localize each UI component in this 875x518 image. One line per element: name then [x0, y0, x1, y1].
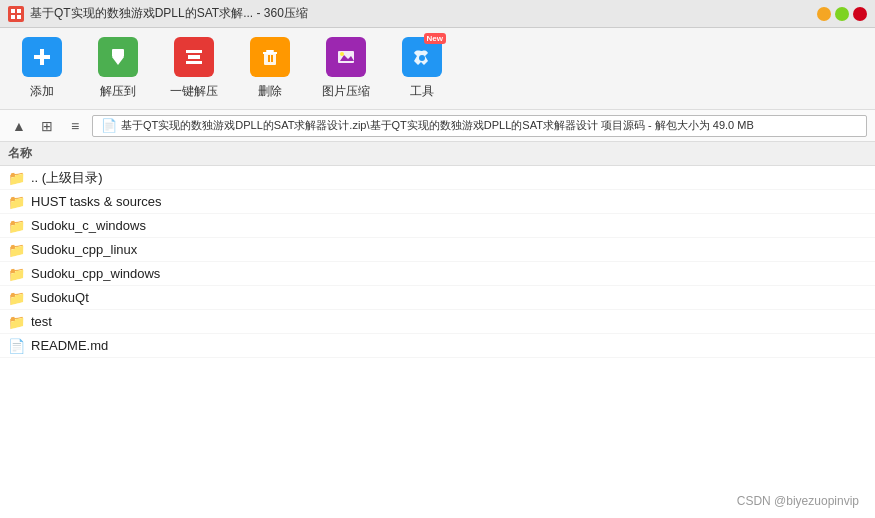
- minimize-button[interactable]: [817, 7, 831, 21]
- file-name-test: test: [31, 314, 52, 329]
- svg-rect-0: [11, 9, 15, 13]
- file-name-readme: README.md: [31, 338, 108, 353]
- folder-icon-test: 📁: [8, 314, 25, 330]
- toolbar: 添加 解压到 一键解压: [0, 28, 875, 110]
- file-icon-readme: 📄: [8, 338, 25, 354]
- svg-rect-2: [11, 15, 15, 19]
- file-row-parent[interactable]: 📁 .. (上级目录): [0, 166, 875, 190]
- svg-rect-15: [263, 52, 277, 54]
- watermark-text: CSDN @biyezuopinvip: [737, 494, 859, 508]
- app-icon: [8, 6, 24, 22]
- file-row-sudoku-cpp-linux[interactable]: 📁 Sudoku_cpp_linux: [0, 238, 875, 262]
- path-file-icon: 📄: [101, 118, 117, 133]
- svg-rect-10: [186, 61, 202, 64]
- folder-icon-sudokuqt: 📁: [8, 290, 25, 306]
- file-row-sudoku-c-win[interactable]: 📁 Sudoku_c_windows: [0, 214, 875, 238]
- svg-rect-11: [266, 50, 274, 52]
- onekey-icon: [174, 37, 214, 77]
- folder-icon-hust: 📁: [8, 194, 25, 210]
- toolbar-extract[interactable]: 解压到: [92, 37, 144, 100]
- nav-bar: ▲ ⊞ ≡ 📄 基于QT实现的数独游戏DPLL的SAT求解器设计.zip\基于Q…: [0, 110, 875, 142]
- add-icon: [22, 37, 62, 77]
- file-list: 📁 .. (上级目录) 📁 HUST tasks & sources 📁 Sud…: [0, 166, 875, 358]
- extract-icon: [98, 37, 138, 77]
- maximize-button[interactable]: [835, 7, 849, 21]
- main-content: 添加 解压到 一键解压: [0, 28, 875, 518]
- file-name-sudoku-cpp-win: Sudoku_cpp_windows: [31, 266, 160, 281]
- file-name-hust: HUST tasks & sources: [31, 194, 162, 209]
- folder-icon-parent: 📁: [8, 170, 25, 186]
- toolbar-onekey[interactable]: 一键解压: [168, 37, 220, 100]
- svg-rect-14: [271, 55, 273, 62]
- img-compress-icon: [326, 37, 366, 77]
- nav-list-view-button[interactable]: ≡: [64, 115, 86, 137]
- add-label: 添加: [30, 83, 54, 100]
- file-row-readme[interactable]: 📄 README.md: [0, 334, 875, 358]
- extract-label: 解压到: [100, 83, 136, 100]
- file-row-hust[interactable]: 📁 HUST tasks & sources: [0, 190, 875, 214]
- path-bar: 📄 基于QT实现的数独游戏DPLL的SAT求解器设计.zip\基于QT实现的数独…: [92, 115, 867, 137]
- delete-label: 删除: [258, 83, 282, 100]
- new-badge: New: [424, 33, 446, 44]
- watermark: CSDN @biyezuopinvip: [737, 494, 859, 508]
- svg-rect-9: [186, 50, 202, 53]
- svg-rect-8: [188, 55, 200, 59]
- folder-icon-sudoku-cpp-linux: 📁: [8, 242, 25, 258]
- nav-grid-view-button[interactable]: ⊞: [36, 115, 58, 137]
- svg-rect-5: [34, 55, 50, 59]
- file-row-test[interactable]: 📁 test: [0, 310, 875, 334]
- svg-rect-13: [268, 55, 270, 62]
- path-text: 基于QT实现的数独游戏DPLL的SAT求解器设计.zip\基于QT实现的数独游戏…: [121, 118, 754, 133]
- toolbar-img-compress[interactable]: 图片压缩: [320, 37, 372, 100]
- file-row-sudoku-cpp-win[interactable]: 📁 Sudoku_cpp_windows: [0, 262, 875, 286]
- file-row-sudokuqt[interactable]: 📁 SudokuQt: [0, 286, 875, 310]
- tools-label: 工具: [410, 83, 434, 100]
- delete-icon: [250, 37, 290, 77]
- tools-icon: New: [402, 37, 442, 77]
- svg-marker-7: [112, 57, 124, 65]
- file-name-sudokuqt: SudokuQt: [31, 290, 89, 305]
- svg-rect-3: [17, 15, 21, 19]
- svg-rect-6: [112, 49, 124, 57]
- file-name-sudoku-cpp-linux: Sudoku_cpp_linux: [31, 242, 137, 257]
- toolbar-tools[interactable]: New 工具: [396, 37, 448, 100]
- folder-icon-sudoku-c-win: 📁: [8, 218, 25, 234]
- img-compress-label: 图片压缩: [322, 83, 370, 100]
- toolbar-delete[interactable]: 删除: [244, 37, 296, 100]
- toolbar-add[interactable]: 添加: [16, 37, 68, 100]
- file-list-container: 名称 📁 .. (上级目录) 📁 HUST tasks & sources 📁 …: [0, 142, 875, 518]
- svg-rect-1: [17, 9, 21, 13]
- close-button[interactable]: [853, 7, 867, 21]
- window-controls[interactable]: [817, 7, 867, 21]
- file-list-header: 名称: [0, 142, 875, 166]
- file-name-parent: .. (上级目录): [31, 169, 103, 187]
- title-bar: 基于QT实现的数独游戏DPLL的SAT求解... - 360压缩: [0, 0, 875, 28]
- name-column-header: 名称: [8, 145, 32, 162]
- svg-point-18: [340, 52, 344, 56]
- nav-up-button[interactable]: ▲: [8, 115, 30, 137]
- file-name-sudoku-c-win: Sudoku_c_windows: [31, 218, 146, 233]
- svg-point-19: [419, 55, 425, 61]
- window-title: 基于QT实现的数独游戏DPLL的SAT求解... - 360压缩: [30, 5, 811, 22]
- onekey-label: 一键解压: [170, 83, 218, 100]
- folder-icon-sudoku-cpp-win: 📁: [8, 266, 25, 282]
